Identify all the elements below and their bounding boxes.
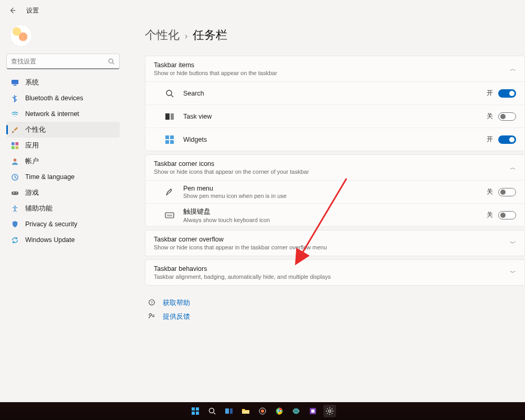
chevron-right-icon: › <box>185 32 187 41</box>
svg-rect-3 <box>11 142 14 145</box>
toggle-pen[interactable] <box>498 188 516 196</box>
give-feedback-link[interactable]: 提供反馈 <box>148 310 525 323</box>
taskbar-app-1[interactable] <box>256 405 269 417</box>
nav-item-label: 系统 <box>25 78 39 87</box>
search-icon <box>164 88 175 99</box>
nav-item-update[interactable]: Windows Update <box>6 232 120 248</box>
svg-rect-19 <box>165 213 174 218</box>
toggle-state-label: 关 <box>487 187 493 196</box>
toggle-keyboard[interactable] <box>498 211 516 219</box>
nav-item-label: 个性化 <box>25 125 46 134</box>
start-button[interactable] <box>189 405 202 417</box>
give-feedback-label: 提供反馈 <box>163 312 190 321</box>
taskbar-app-2[interactable] <box>290 405 302 417</box>
toggle-search[interactable] <box>498 89 516 98</box>
brush-icon <box>10 125 19 134</box>
nav-item-apps[interactable]: 应用 <box>6 138 120 153</box>
toggle-state-label: 开 <box>487 135 493 144</box>
breadcrumb-parent[interactable]: 个性化 <box>145 27 180 43</box>
svg-rect-40 <box>311 410 314 413</box>
group-header-2[interactable]: Taskbar corner overflow Show or hide ico… <box>145 230 524 256</box>
group-header-0[interactable]: Taskbar items Show or hide buttons that … <box>145 56 524 81</box>
group-desc: Show or hide icons that appear in the ta… <box>154 244 516 250</box>
toggle-taskview[interactable] <box>498 112 516 121</box>
setting-desc: Show pen menu icon when pen is in use <box>183 193 487 199</box>
chevron-down-icon: ﹀ <box>510 239 516 248</box>
svg-rect-4 <box>15 142 18 145</box>
svg-point-11 <box>14 205 16 207</box>
nav-item-label: 应用 <box>25 141 39 150</box>
toggle-widgets[interactable] <box>498 135 516 144</box>
setting-row-widgets: Widgets 开 <box>145 128 524 151</box>
search-input[interactable] <box>11 58 108 65</box>
svg-rect-9 <box>11 191 18 195</box>
keyboard-icon <box>164 210 175 220</box>
wifi-icon <box>10 110 19 118</box>
group-desc: Show or hide buttons that appear on the … <box>154 70 516 76</box>
nav-item-access[interactable]: 辅助功能 <box>6 201 120 216</box>
monitor-icon <box>10 78 19 87</box>
group-title: Taskbar corner icons <box>154 160 516 167</box>
group-title: Taskbar items <box>154 61 516 69</box>
setting-title: Search <box>183 90 487 97</box>
svg-point-28 <box>209 408 214 413</box>
help-icon: ? <box>148 299 156 308</box>
group-desc: Show or hide icons that appear on the co… <box>154 169 516 175</box>
svg-rect-1 <box>11 79 18 83</box>
nav-item-account[interactable]: 帐户 <box>6 153 120 169</box>
nav-item-wifi[interactable]: Network & internet <box>6 106 120 122</box>
taskbar <box>0 402 525 420</box>
taskbar-explorer-button[interactable] <box>239 405 252 417</box>
svg-rect-2 <box>13 85 16 86</box>
group-header-1[interactable]: Taskbar corner icons Show or hide icons … <box>145 155 524 180</box>
arrow-left-icon <box>9 7 16 14</box>
svg-rect-15 <box>165 135 169 139</box>
toggle-state-label: 开 <box>487 89 493 98</box>
svg-rect-30 <box>230 408 233 414</box>
account-icon <box>10 157 19 165</box>
setting-row-pen: Pen menu Show pen menu icon when pen is … <box>145 180 524 203</box>
setting-row-search: Search 开 <box>145 81 524 104</box>
search-icon <box>108 58 115 65</box>
chevron-down-icon: ﹀ <box>510 268 516 277</box>
time-icon <box>10 173 19 181</box>
svg-rect-31 <box>242 411 249 414</box>
svg-rect-17 <box>165 140 169 144</box>
taskbar-search-button[interactable] <box>206 405 218 417</box>
back-button[interactable] <box>7 5 18 16</box>
apps-icon <box>10 141 19 150</box>
nav-item-monitor[interactable]: 系统 <box>6 75 120 90</box>
group-header-3[interactable]: Taskbar behaviors Taskbar alignment, bad… <box>145 260 524 285</box>
taskbar-settings-button[interactable] <box>323 405 336 417</box>
setting-title: Widgets <box>183 136 487 143</box>
svg-point-0 <box>109 59 113 63</box>
feedback-icon <box>148 312 156 321</box>
nav-item-time[interactable]: Time & language <box>6 169 120 185</box>
setting-title: 触摸键盘 <box>183 207 487 216</box>
get-help-link[interactable]: ? 获取帮助 <box>148 296 525 310</box>
nav-item-label: 帐户 <box>25 157 39 166</box>
group-desc: Taskbar alignment, badging, automaticall… <box>154 274 516 280</box>
svg-point-33 <box>261 410 264 413</box>
get-help-label: 获取帮助 <box>163 299 190 308</box>
toggle-state-label: 关 <box>487 112 493 121</box>
taskbar-taskview-button[interactable] <box>223 405 235 417</box>
svg-rect-26 <box>192 412 195 415</box>
search-box[interactable] <box>6 54 120 69</box>
svg-rect-6 <box>15 146 18 149</box>
svg-rect-25 <box>196 407 199 411</box>
nav-item-bluetooth[interactable]: Bluetooth & devices <box>6 90 120 106</box>
taskbar-chrome-button[interactable] <box>273 405 286 417</box>
nav-item-shield[interactable]: Privacy & security <box>6 216 120 232</box>
svg-rect-5 <box>11 146 14 149</box>
svg-point-12 <box>166 90 172 96</box>
group-title: Taskbar corner overflow <box>154 236 516 243</box>
setting-title: Pen menu <box>183 185 487 192</box>
chevron-up-icon: ︿ <box>510 65 516 74</box>
nav-item-game[interactable]: 游戏 <box>6 185 120 201</box>
taskbar-app-3[interactable] <box>307 405 319 417</box>
user-avatar[interactable] <box>10 25 32 46</box>
nav-item-brush[interactable]: 个性化 <box>6 122 120 138</box>
svg-rect-16 <box>170 135 174 139</box>
nav-item-label: 游戏 <box>25 188 39 197</box>
